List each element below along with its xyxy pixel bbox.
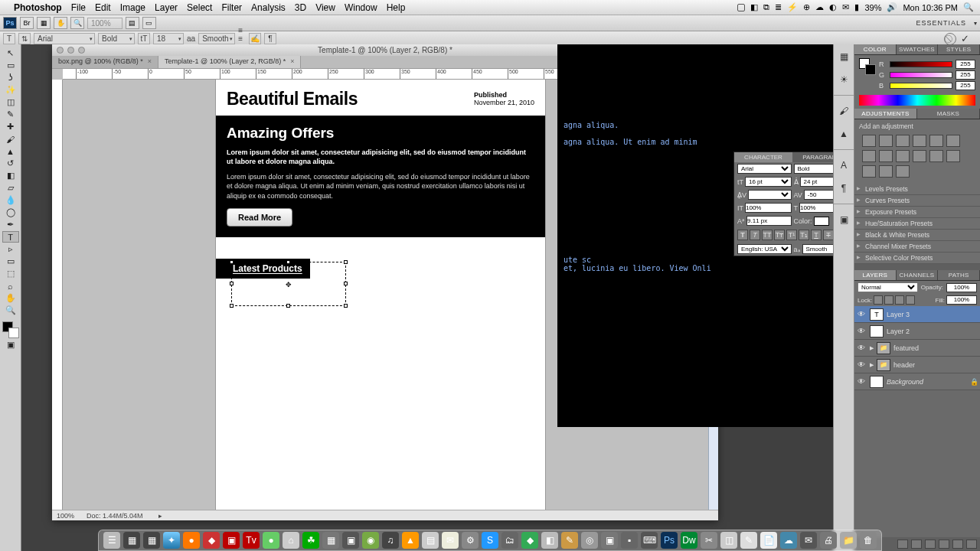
menuextra-icon[interactable]: ⧉	[763, 2, 769, 12]
arrange-button[interactable]: ▤	[126, 17, 139, 29]
adj-exposure-icon[interactable]	[913, 135, 926, 147]
spotlight-icon[interactable]: 🔍	[963, 2, 974, 12]
tool-lasso[interactable]: ʖ	[2, 72, 19, 83]
allcaps-button[interactable]: TT	[762, 230, 773, 240]
tool-pen[interactable]: ✒	[2, 219, 19, 230]
layer-name[interactable]: header	[893, 361, 915, 369]
blend-mode-select[interactable]: Normal	[858, 282, 918, 292]
menu-analysis[interactable]: Analysis	[251, 2, 286, 13]
dock-app-icon[interactable]: ●	[263, 532, 279, 549]
underline-button[interactable]: T	[811, 230, 822, 240]
tool-shape[interactable]: ▭	[2, 256, 19, 267]
adj-bw-icon[interactable]	[862, 150, 876, 162]
character-tab[interactable]: CHARACTER	[734, 152, 792, 162]
lock-pos-button[interactable]	[895, 295, 904, 305]
transform-center-icon[interactable]: ✥	[286, 281, 292, 289]
battery-icon[interactable]: ▮	[854, 2, 859, 12]
menu-select[interactable]: Select	[187, 2, 212, 13]
toolbar-button[interactable]: ▦	[37, 17, 51, 29]
menu-3d[interactable]: 3D	[295, 2, 306, 13]
dock-app-icon[interactable]: ☁	[780, 532, 797, 549]
layer-row[interactable]: 👁 ▶ 📁 featured	[854, 340, 980, 357]
read-more-button[interactable]: Read More	[227, 208, 292, 227]
tool-marquee[interactable]: ▭	[2, 60, 19, 71]
strikethrough-button[interactable]: T	[823, 230, 833, 240]
adj-curves-icon[interactable]	[896, 135, 910, 147]
brush-panel-icon[interactable]: 🖌	[836, 103, 851, 119]
dock-app-icon[interactable]: ⌂	[283, 532, 299, 549]
preset-selective[interactable]: Selective Color Presets	[854, 253, 980, 264]
char-size-select[interactable]: 16 pt	[745, 177, 792, 187]
dock-app-icon[interactable]: ◫	[720, 532, 737, 549]
channels-tab[interactable]: CHANNELS	[897, 270, 939, 280]
dock-photoshop-icon[interactable]: Ps	[661, 532, 678, 549]
adj-gradmap-icon[interactable]	[862, 165, 876, 178]
masks-tab[interactable]: MASKS	[917, 109, 980, 119]
lock-all-button[interactable]	[906, 295, 915, 305]
dock-app-icon[interactable]: ▣	[223, 532, 240, 549]
menu-filter[interactable]: Filter	[221, 2, 242, 13]
layer-row[interactable]: 👁 Layer 2	[854, 323, 980, 340]
menu-edit[interactable]: Edit	[95, 2, 111, 13]
dock-app-icon[interactable]: ◆	[203, 532, 220, 549]
visibility-icon[interactable]: 👁	[856, 344, 867, 352]
dock-app-icon[interactable]: ▦	[322, 532, 339, 549]
layer-row[interactable]: 👁 ▶ 📁 header	[854, 357, 980, 373]
align-left-button[interactable]: ≡	[238, 26, 243, 34]
char-aa-select[interactable]: Smooth	[802, 244, 833, 254]
color-fgbg[interactable]	[859, 58, 876, 75]
preset-hue[interactable]: Hue/Saturation Presets	[854, 218, 980, 230]
visibility-icon[interactable]: 👁	[856, 327, 867, 335]
folder-icon[interactable]: 📁	[877, 359, 890, 371]
dock-app-icon[interactable]: ✎	[561, 532, 578, 549]
b-value[interactable]: 255	[956, 81, 975, 90]
tool-hand[interactable]: ✋	[2, 292, 19, 304]
character-panel[interactable]: CHARACTER PARAGRAPH Arial Bold tT16 pt Ȧ…	[733, 152, 833, 256]
tool-brush[interactable]: 🖌	[2, 133, 19, 145]
tool-history[interactable]: ↺	[2, 158, 19, 169]
menuextra-icon[interactable]: ◐	[829, 2, 837, 12]
menuextra-icon[interactable]: ⊕	[803, 2, 810, 12]
toolbar-button[interactable]: 🔍	[70, 17, 84, 29]
clock[interactable]: Mon 10:36 PM	[903, 3, 958, 12]
dock-trash-icon[interactable]: 🗑	[860, 532, 877, 549]
paths-tab[interactable]: PATHS	[938, 270, 980, 280]
char-font-select[interactable]: Arial	[737, 164, 792, 174]
dock-app-icon[interactable]: ◎	[581, 532, 598, 549]
menu-help[interactable]: Help	[387, 2, 406, 13]
warp-text-button[interactable]: ✍	[249, 33, 261, 44]
toolbar-button[interactable]: ✋	[54, 17, 67, 29]
adj-poster-icon[interactable]	[929, 150, 943, 162]
r-slider[interactable]	[890, 61, 952, 67]
dock-app-icon[interactable]: ▣	[342, 532, 359, 549]
tool-stamp[interactable]: ▲	[2, 145, 19, 157]
color-tab[interactable]: COLOR	[854, 44, 897, 54]
character-panel-button[interactable]: ¶	[264, 33, 276, 44]
preset-levels[interactable]: Levels Presets	[854, 184, 980, 195]
font-family-select[interactable]: Arial	[34, 33, 95, 44]
adj-thresh-icon[interactable]	[946, 150, 960, 162]
dock-app-icon[interactable]: ✎	[740, 532, 757, 549]
dock-app-icon[interactable]: ▤	[422, 532, 439, 549]
superscript-button[interactable]: T¹	[786, 230, 797, 240]
ps-icon[interactable]: Ps	[3, 17, 17, 29]
tool-3d-camera[interactable]: ⌕	[2, 280, 19, 292]
adj-brightness-icon[interactable]	[862, 135, 876, 147]
adj-hue-icon[interactable]	[946, 135, 960, 147]
doc-size[interactable]: Doc: 1.44M/5.04M	[87, 512, 143, 520]
char-leading-select[interactable]: 24 pt	[800, 177, 834, 187]
dock-app-icon[interactable]: Tv	[243, 532, 260, 549]
dock-app-icon[interactable]: ▦	[123, 532, 140, 549]
opacity-input[interactable]: 100%	[946, 283, 977, 292]
dock-app-icon[interactable]: ▣	[601, 532, 618, 549]
menuextra-icon[interactable]: ≣	[775, 2, 782, 12]
workspace-switcher[interactable]: ESSENTIALS	[916, 19, 971, 27]
type-tool-preset-icon[interactable]: T	[3, 33, 15, 44]
char-baseline-input[interactable]	[746, 216, 791, 226]
dock-app-icon[interactable]: ◆	[521, 532, 538, 549]
layer-name[interactable]: featured	[893, 344, 919, 352]
adj-channel-icon[interactable]	[896, 150, 910, 162]
dock-app-icon[interactable]: ♫	[382, 532, 399, 549]
commit-edits-button[interactable]: ✓	[961, 33, 969, 45]
r-value[interactable]: 255	[956, 60, 975, 69]
